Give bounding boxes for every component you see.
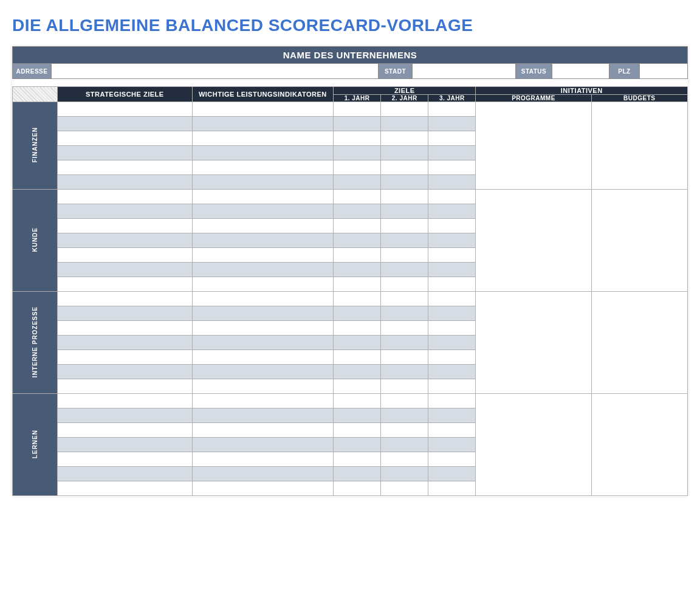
year1-cell[interactable] (334, 248, 381, 263)
year1-cell[interactable] (334, 423, 381, 438)
kpi-cell[interactable] (192, 117, 333, 131)
objective-cell[interactable] (57, 423, 192, 438)
year2-cell[interactable] (381, 350, 428, 365)
kpi-cell[interactable] (192, 452, 333, 467)
objective-cell[interactable] (57, 321, 192, 336)
year3-cell[interactable] (428, 190, 476, 204)
year1-cell[interactable] (334, 131, 381, 146)
year1-cell[interactable] (334, 219, 381, 233)
kpi-cell[interactable] (192, 423, 333, 438)
year1-cell[interactable] (334, 117, 381, 131)
year1-cell[interactable] (334, 481, 381, 496)
year2-cell[interactable] (381, 248, 428, 263)
budgets-cell[interactable] (591, 292, 687, 394)
kpi-cell[interactable] (192, 204, 333, 219)
year2-cell[interactable] (381, 306, 428, 321)
year2-cell[interactable] (381, 481, 428, 496)
objective-cell[interactable] (57, 146, 192, 160)
year2-cell[interactable] (381, 190, 428, 204)
year3-cell[interactable] (428, 321, 476, 336)
objective-cell[interactable] (57, 248, 192, 263)
objective-cell[interactable] (57, 131, 192, 146)
year3-cell[interactable] (428, 219, 476, 233)
year3-cell[interactable] (428, 438, 476, 452)
year3-cell[interactable] (428, 452, 476, 467)
kpi-cell[interactable] (192, 292, 333, 306)
kpi-cell[interactable] (192, 175, 333, 190)
year2-cell[interactable] (381, 263, 428, 277)
year1-cell[interactable] (334, 365, 381, 379)
year2-cell[interactable] (381, 408, 428, 423)
year1-cell[interactable] (334, 379, 381, 394)
year3-cell[interactable] (428, 336, 476, 350)
kpi-cell[interactable] (192, 131, 333, 146)
year2-cell[interactable] (381, 131, 428, 146)
year2-cell[interactable] (381, 117, 428, 131)
year3-cell[interactable] (428, 379, 476, 394)
year2-cell[interactable] (381, 394, 428, 408)
year3-cell[interactable] (428, 263, 476, 277)
year3-cell[interactable] (428, 204, 476, 219)
year1-cell[interactable] (334, 146, 381, 160)
kpi-cell[interactable] (192, 321, 333, 336)
year3-cell[interactable] (428, 277, 476, 292)
year3-cell[interactable] (428, 117, 476, 131)
kpi-cell[interactable] (192, 438, 333, 452)
year3-cell[interactable] (428, 102, 476, 117)
budgets-cell[interactable] (591, 102, 687, 190)
objective-cell[interactable] (57, 379, 192, 394)
year1-cell[interactable] (334, 102, 381, 117)
year1-cell[interactable] (334, 204, 381, 219)
year2-cell[interactable] (381, 233, 428, 248)
objective-cell[interactable] (57, 336, 192, 350)
year1-cell[interactable] (334, 350, 381, 365)
year1-cell[interactable] (334, 292, 381, 306)
year2-cell[interactable] (381, 277, 428, 292)
objective-cell[interactable] (57, 394, 192, 408)
year3-cell[interactable] (428, 350, 476, 365)
kpi-cell[interactable] (192, 408, 333, 423)
objective-cell[interactable] (57, 292, 192, 306)
year2-cell[interactable] (381, 423, 428, 438)
year2-cell[interactable] (381, 336, 428, 350)
year1-cell[interactable] (334, 160, 381, 175)
kpi-cell[interactable] (192, 365, 333, 379)
objective-cell[interactable] (57, 350, 192, 365)
programs-cell[interactable] (476, 102, 591, 190)
year1-cell[interactable] (334, 175, 381, 190)
year1-cell[interactable] (334, 277, 381, 292)
year2-cell[interactable] (381, 467, 428, 481)
objective-cell[interactable] (57, 204, 192, 219)
kpi-cell[interactable] (192, 233, 333, 248)
objective-cell[interactable] (57, 481, 192, 496)
year2-cell[interactable] (381, 438, 428, 452)
year1-cell[interactable] (334, 336, 381, 350)
zip-field[interactable] (640, 64, 687, 78)
objective-cell[interactable] (57, 306, 192, 321)
kpi-cell[interactable] (192, 248, 333, 263)
kpi-cell[interactable] (192, 379, 333, 394)
kpi-cell[interactable] (192, 190, 333, 204)
year3-cell[interactable] (428, 233, 476, 248)
kpi-cell[interactable] (192, 350, 333, 365)
kpi-cell[interactable] (192, 219, 333, 233)
status-field[interactable] (552, 64, 609, 78)
objective-cell[interactable] (57, 467, 192, 481)
objective-cell[interactable] (57, 263, 192, 277)
year2-cell[interactable] (381, 365, 428, 379)
kpi-cell[interactable] (192, 263, 333, 277)
year3-cell[interactable] (428, 175, 476, 190)
kpi-cell[interactable] (192, 481, 333, 496)
programs-cell[interactable] (476, 394, 591, 496)
year2-cell[interactable] (381, 452, 428, 467)
year1-cell[interactable] (334, 190, 381, 204)
year1-cell[interactable] (334, 306, 381, 321)
programs-cell[interactable] (476, 292, 591, 394)
year1-cell[interactable] (334, 233, 381, 248)
year3-cell[interactable] (428, 481, 476, 496)
year2-cell[interactable] (381, 160, 428, 175)
year3-cell[interactable] (428, 146, 476, 160)
objective-cell[interactable] (57, 190, 192, 204)
year1-cell[interactable] (334, 408, 381, 423)
kpi-cell[interactable] (192, 467, 333, 481)
